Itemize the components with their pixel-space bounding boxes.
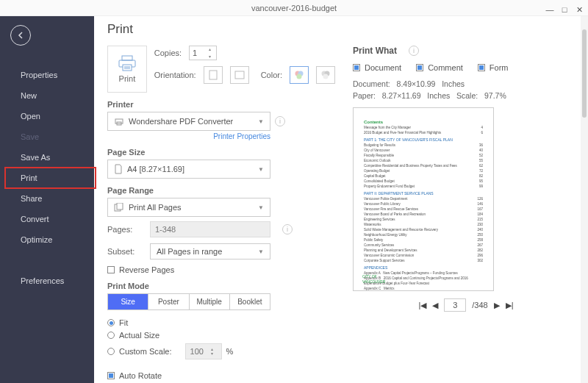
radio-custom[interactable] <box>107 348 115 355</box>
tab-size[interactable]: Size <box>108 294 148 309</box>
tab-poster[interactable]: Poster <box>148 294 189 309</box>
orientation-landscape-button[interactable] <box>230 66 249 84</box>
grayscale-button[interactable] <box>316 66 335 84</box>
preview-section1: PART 1: THE CITY OF VANCOUVER'S FISCAL P… <box>364 137 483 143</box>
page-preview: Contents Message from the City Manager4 … <box>353 107 494 291</box>
svg-rect-5 <box>209 71 217 79</box>
minimize-icon[interactable]: — <box>545 1 554 18</box>
sidebar-item-save-as[interactable]: Save As <box>0 147 94 168</box>
page-size-dropdown[interactable]: A4 [8.27×11.69] ▼ <box>107 160 270 179</box>
print-form-checkbox[interactable] <box>478 64 485 71</box>
subset-label: Subset: <box>107 247 143 256</box>
orientation-portrait-button[interactable] <box>204 66 223 84</box>
pages-input[interactable]: 1-348 <box>150 221 270 237</box>
radio-fit-label: Fit <box>119 318 128 327</box>
copies-label: Copies: <box>154 49 182 57</box>
print-mode-heading: Print Mode <box>107 282 335 290</box>
svg-rect-0 <box>122 56 132 60</box>
sidebar-item-open[interactable]: Open <box>0 106 94 126</box>
sidebar-item-convert[interactable]: Convert <box>0 209 94 229</box>
print-preview-icon-box: Print <box>107 46 147 93</box>
printer-info-icon[interactable]: i <box>275 116 285 126</box>
print-icon-label: Print <box>119 74 136 83</box>
print-document-checkbox[interactable] <box>353 64 360 71</box>
subset-value: All Pages in range <box>157 247 222 256</box>
main-content: Print Print Copies: 1 ▴▾ <box>94 16 588 383</box>
sidebar-item-new[interactable]: New <box>0 85 94 106</box>
svg-rect-16 <box>117 203 123 210</box>
print-form-label: Form <box>490 63 509 72</box>
pages-info-icon[interactable]: i <box>282 224 293 235</box>
print-comment-label: Comment <box>428 63 463 72</box>
close-icon[interactable]: ✕ <box>575 1 584 18</box>
subset-dropdown[interactable]: All Pages in range ▼ <box>150 243 270 259</box>
page-size-heading: Page Size <box>107 148 335 157</box>
svg-rect-6 <box>235 71 244 79</box>
page-icon <box>114 164 123 174</box>
sidebar-item-save: Save <box>0 126 94 147</box>
doc-dim-unit: Inches <box>442 79 465 88</box>
printer-properties-link[interactable]: Printer Properties <box>107 132 270 140</box>
preview-section2: PART II: DEPARTMENT SERVICE PLANS <box>364 191 483 196</box>
print-what-heading: Print What <box>353 46 397 56</box>
printer-small-icon <box>114 117 124 126</box>
page-range-selected: Print All Pages <box>129 203 182 212</box>
auto-rotate-checkbox[interactable] <box>107 372 115 379</box>
print-what-info-icon[interactable]: i <box>409 46 419 56</box>
pager-prev-icon[interactable]: ◀ <box>432 301 438 310</box>
custom-scale-unit: % <box>226 347 234 356</box>
radio-actual-label: Actual Size <box>119 331 159 340</box>
print-mode-tabs: Size Poster Multiple Booklet <box>107 293 270 310</box>
pager-last-icon[interactable]: ▶| <box>506 301 514 310</box>
page-title: Print <box>107 22 579 37</box>
sidebar-item-preferences[interactable]: Preferences <box>0 271 94 291</box>
copies-input[interactable]: 1 ▴▾ <box>189 46 217 60</box>
printer-heading: Printer <box>107 100 335 109</box>
window-title: vancouver-2016-budget <box>251 4 337 12</box>
reverse-pages-label: Reverse Pages <box>119 265 174 274</box>
pager-first-icon[interactable]: |◀ <box>418 301 426 310</box>
printer-dropdown[interactable]: Wondershare PDF Converter ▼ <box>107 112 270 131</box>
paper-label: Paper: <box>353 91 376 100</box>
printer-icon <box>118 55 137 71</box>
sidebar-item-properties[interactable]: Properties <box>0 65 94 85</box>
reverse-pages-checkbox[interactable] <box>107 266 115 273</box>
sidebar-item-share[interactable]: Share <box>0 188 94 209</box>
scrollbar[interactable] <box>581 16 588 383</box>
printer-selected: Wondershare PDF Converter <box>129 117 233 126</box>
radio-custom-label: Custom Scale: <box>119 347 172 356</box>
sidebar: Properties New Open Save Save As Print S… <box>0 16 94 383</box>
sidebar-item-optimize[interactable]: Optimize <box>0 229 94 250</box>
paper-unit: Inches <box>427 91 450 100</box>
custom-scale-input[interactable]: 100▴▾ <box>185 343 222 359</box>
svg-rect-2 <box>123 65 132 71</box>
doc-dim-value: 8.49×10.99 <box>397 79 436 88</box>
page-size-selected: A4 [8.27×11.69] <box>127 165 184 173</box>
auto-rotate-label: Auto Rotate <box>119 371 162 380</box>
maximize-icon[interactable]: □ <box>560 1 569 18</box>
sidebar-item-print[interactable]: Print <box>0 168 94 188</box>
page-range-dropdown[interactable]: Print All Pages ▼ <box>107 198 270 217</box>
back-button[interactable] <box>10 25 31 46</box>
preview-contents-title: Contents <box>364 120 483 125</box>
tab-multiple[interactable]: Multiple <box>190 294 230 309</box>
radio-fit[interactable] <box>107 319 115 326</box>
pager-total: /348 <box>472 301 487 309</box>
paper-value: 8.27×11.69 <box>382 91 421 100</box>
print-document-label: Document <box>365 63 401 72</box>
pager-next-icon[interactable]: ▶ <box>494 301 500 310</box>
color-button[interactable] <box>290 66 309 84</box>
copies-value: 1 <box>193 49 197 57</box>
print-comment-checkbox[interactable] <box>416 64 423 71</box>
tab-booklet[interactable]: Booklet <box>230 294 270 309</box>
pager: |◀ ◀ 3 /348 ▶ ▶| <box>353 298 579 312</box>
svg-point-9 <box>297 74 302 79</box>
color-label: Color: <box>261 71 282 79</box>
orientation-label: Orientation: <box>154 71 196 79</box>
page-range-heading: Page Range <box>107 186 335 195</box>
pages-label: Pages: <box>107 225 143 234</box>
pages-icon <box>114 203 124 212</box>
radio-actual[interactable] <box>107 332 115 339</box>
pager-current-input[interactable]: 3 <box>444 298 466 312</box>
svg-point-12 <box>323 74 329 79</box>
